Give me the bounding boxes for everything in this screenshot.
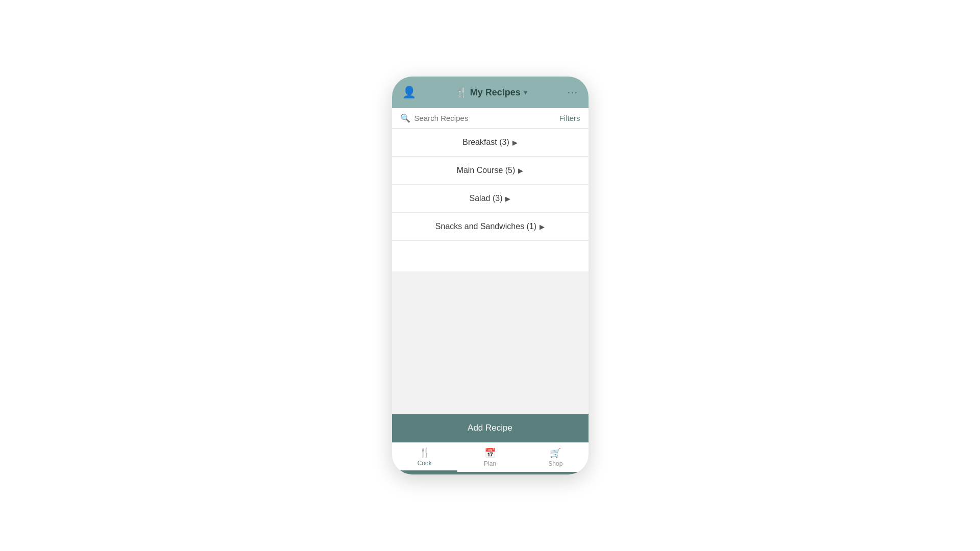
plan-icon: 📅 bbox=[484, 447, 496, 459]
category-item-snacks[interactable]: Snacks and Sandwiches (1) ▶ bbox=[392, 213, 589, 241]
category-list: Breakfast (3) ▶ Main Course (5) ▶ Salad … bbox=[392, 129, 589, 271]
search-bar: 🔍 Filters bbox=[392, 108, 589, 129]
search-icon: 🔍 bbox=[400, 113, 410, 123]
cook-icon: 🍴 bbox=[419, 447, 430, 458]
header-title-area: 🍴 My Recipes ▾ bbox=[456, 87, 527, 98]
chevron-right-icon-main-course: ▶ bbox=[518, 167, 523, 174]
category-label-salad: Salad (3) bbox=[470, 194, 503, 203]
empty-content-area bbox=[392, 271, 589, 414]
chevron-right-icon-salad: ▶ bbox=[505, 195, 510, 203]
chevron-right-icon-breakfast: ▶ bbox=[512, 139, 518, 146]
tab-plan-label: Plan bbox=[484, 460, 496, 467]
category-label-snacks: Snacks and Sandwiches (1) bbox=[435, 222, 536, 231]
tab-bar: 🍴 Cook 📅 Plan 🛒 Shop bbox=[392, 442, 589, 472]
shop-icon: 🛒 bbox=[550, 447, 561, 459]
header: 👤 🍴 My Recipes ▾ ··· bbox=[392, 77, 589, 108]
chevron-down-icon[interactable]: ▾ bbox=[524, 88, 527, 96]
tab-cook[interactable]: 🍴 Cook bbox=[392, 443, 457, 472]
tab-cook-label: Cook bbox=[418, 460, 432, 467]
bottom-bar-indicator bbox=[392, 472, 589, 474]
category-label-main-course: Main Course (5) bbox=[457, 166, 516, 175]
tab-shop[interactable]: 🛒 Shop bbox=[523, 443, 588, 472]
category-item-salad[interactable]: Salad (3) ▶ bbox=[392, 185, 589, 213]
phone-container: 👤 🍴 My Recipes ▾ ··· 🔍 Filters Breakfast… bbox=[392, 77, 589, 474]
more-options-button[interactable]: ··· bbox=[567, 86, 578, 99]
chevron-right-icon-snacks: ▶ bbox=[540, 223, 545, 231]
search-input[interactable] bbox=[414, 114, 559, 122]
tab-shop-label: Shop bbox=[548, 460, 562, 467]
category-item-breakfast[interactable]: Breakfast (3) ▶ bbox=[392, 129, 589, 157]
fork-icon: 🍴 bbox=[456, 87, 467, 98]
page-title: My Recipes bbox=[470, 87, 521, 98]
category-label-breakfast: Breakfast (3) bbox=[462, 138, 509, 147]
tab-plan[interactable]: 📅 Plan bbox=[457, 443, 523, 472]
filters-button[interactable]: Filters bbox=[559, 114, 580, 122]
user-icon[interactable]: 👤 bbox=[402, 86, 416, 99]
add-recipe-button[interactable]: Add Recipe bbox=[392, 414, 589, 442]
category-item-main-course[interactable]: Main Course (5) ▶ bbox=[392, 157, 589, 185]
